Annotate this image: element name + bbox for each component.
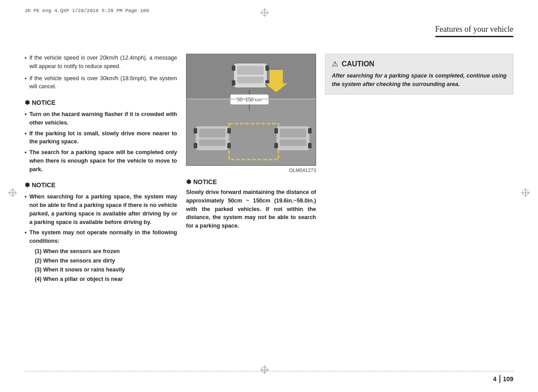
title-underline xyxy=(435,36,513,37)
caution-icon: ⚠ xyxy=(332,60,338,68)
middle-notice: ✽ NOTICE Slowly drive forward maintainin… xyxy=(186,178,316,230)
notice-list-2: • When searching for a parking space, th… xyxy=(25,193,177,284)
notice-item-1-3: • The search for a parking space will be… xyxy=(25,148,177,173)
crosshair-left xyxy=(8,188,17,197)
page-footer: 4 109 xyxy=(25,371,513,383)
caution-text: After searching for a parking space is c… xyxy=(332,72,507,89)
notice-item-1-2: • If the parking lot is small, slowly dr… xyxy=(25,129,177,146)
svg-rect-17 xyxy=(308,143,312,148)
svg-rect-10 xyxy=(227,143,231,148)
caution-title: CAUTION xyxy=(342,60,374,68)
caution-box: ⚠ CAUTION After searching for a parking … xyxy=(325,54,513,95)
left-column: • If the vehicle speed is over 20km/h (1… xyxy=(25,54,177,356)
notice-block-1: ✽ NOTICE • Turn on the hazard warning fl… xyxy=(25,98,177,173)
svg-rect-9 xyxy=(227,128,231,134)
page-section-number: 4 xyxy=(493,375,497,383)
page-number: 109 xyxy=(503,375,513,383)
svg-rect-21 xyxy=(232,65,235,71)
page-number-section: 4 109 xyxy=(493,375,513,383)
notice-block-2: ✽ NOTICE • When searching for a parking … xyxy=(25,181,177,284)
sub-items: (1) When the sensors are frozen (2) When… xyxy=(29,247,177,284)
footer-dashes xyxy=(25,371,513,371)
caution-title-row: ⚠ CAUTION xyxy=(332,60,507,68)
svg-rect-22 xyxy=(232,80,235,86)
svg-rect-6 xyxy=(199,139,226,146)
svg-rect-20 xyxy=(237,77,264,83)
notice-title-1: ✽ NOTICE xyxy=(25,98,177,108)
diagram-caption: OLM041273 xyxy=(186,168,316,173)
bullet-text-2: If the vehicle speed is over 30km/h (18.… xyxy=(29,74,177,91)
bullet-item-2: • If the vehicle speed is over 30km/h (1… xyxy=(25,74,177,91)
right-column: ⚠ CAUTION After searching for a parking … xyxy=(325,54,513,356)
notice-title-2: ✽ NOTICE xyxy=(25,181,177,190)
crosshair-right xyxy=(521,188,530,197)
svg-rect-15 xyxy=(274,143,278,148)
notice-item-1-1: • Turn on the hazard warning flasher if … xyxy=(25,110,177,127)
bullet-dot-2: • xyxy=(25,75,26,91)
footer-content: 4 109 xyxy=(25,375,513,383)
notice-item-2-2: • The system may not operate normally in… xyxy=(25,228,177,284)
title-section: Features of your vehicle xyxy=(435,25,513,37)
svg-rect-16 xyxy=(308,128,312,134)
svg-rect-13 xyxy=(280,139,306,146)
header-metadata: JD PE eng 4.QXP 1/28/2016 5:20 PM Page 1… xyxy=(0,4,149,13)
parking-diagram-svg: 50~150 cm xyxy=(187,54,316,166)
svg-rect-14 xyxy=(274,128,278,134)
intro-bullet-list: • If the vehicle speed is over 20km/h (1… xyxy=(25,54,177,91)
parking-diagram: 50~150 cm xyxy=(186,54,316,166)
svg-rect-12 xyxy=(280,129,306,138)
page-divider xyxy=(499,375,500,383)
bullet-item-1: • If the vehicle speed is over 20km/h (1… xyxy=(25,54,177,71)
svg-rect-5 xyxy=(199,129,226,138)
main-content: • If the vehicle speed is over 20km/h (1… xyxy=(25,54,513,356)
notice-item-2-1: • When searching for a parking space, th… xyxy=(25,193,177,226)
svg-rect-7 xyxy=(194,128,197,134)
bullet-text-1: If the vehicle speed is over 20km/h (12.… xyxy=(29,54,177,71)
crosshair-top xyxy=(260,8,269,17)
bullet-dot-1: • xyxy=(25,54,26,71)
middle-notice-text: Slowly drive forward maintaining the dis… xyxy=(186,188,316,230)
middle-column: 50~150 cm OLM041273 ✽ NOTICE Slowly driv… xyxy=(186,54,316,356)
page-title: Features of your vehicle xyxy=(435,25,513,34)
notice-list-1: • Turn on the hazard warning flasher if … xyxy=(25,110,177,173)
middle-notice-title: ✽ NOTICE xyxy=(186,178,316,185)
svg-rect-23 xyxy=(265,65,269,71)
svg-rect-8 xyxy=(194,143,197,148)
svg-rect-19 xyxy=(237,66,264,75)
